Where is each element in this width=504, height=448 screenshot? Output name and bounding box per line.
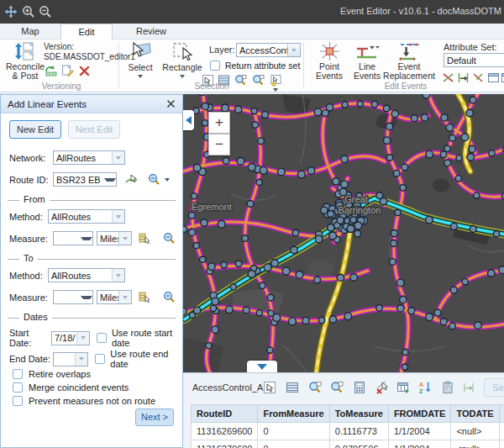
route-zoom-icon[interactable] <box>148 173 160 186</box>
point-events-button[interactable]: Point Events <box>311 40 348 81</box>
col-routeid[interactable]: RouteID <box>192 405 258 423</box>
ribbon-tabs: Map Edit Review <box>0 24 504 40</box>
from-zoom-icon[interactable] <box>163 232 176 245</box>
use-route-start-checkbox[interactable] <box>97 333 107 343</box>
col-tomeasure[interactable]: ToMeasure <box>329 405 388 423</box>
version-label: Version: SDE.MASSDOT_editor1 <box>44 42 135 62</box>
zoom-in-icon[interactable] <box>22 5 35 18</box>
from-measure-row: Measure: Miles <box>9 231 181 245</box>
table-row[interactable]: 11316270600 0 0.0795596 1/1/2004 <null> … <box>192 440 504 448</box>
map-canvas[interactable]: Egremont Great Barrington <box>183 94 504 372</box>
table-pan-selected-icon[interactable] <box>330 381 344 394</box>
zoom-out-icon[interactable] <box>39 5 52 18</box>
merge-coincident-checkbox[interactable] <box>13 382 23 393</box>
panel-title-bar: Add Linear Events <box>1 95 182 113</box>
new-edit-button[interactable]: New Edit <box>9 120 61 139</box>
map-zoom-in-button[interactable]: + <box>208 112 230 134</box>
table-row[interactable]: 11316269600 0 0.1116773 1/1/2004 <null> … <box>192 423 504 440</box>
map-view[interactable]: Egremont Great Barrington <box>183 94 504 372</box>
group-separator <box>118 42 119 87</box>
reconcile-post-button[interactable]: Reconcile & Post <box>7 40 44 81</box>
table-offset-icon[interactable] <box>462 381 475 394</box>
network-combobox[interactable]: AllRoutes <box>53 150 125 165</box>
col-access[interactable]: ACCESS <box>499 405 504 423</box>
select-dropdown-caret[interactable] <box>138 75 143 78</box>
route-id-caret <box>104 178 116 182</box>
to-method-combobox[interactable]: AllRoutes <box>48 268 125 282</box>
return-attribute-checkbox[interactable] <box>210 61 220 71</box>
from-measure-combobox[interactable] <box>53 231 93 245</box>
table-zoom-selected-icon[interactable] <box>308 381 322 394</box>
table-select-icon[interactable] <box>263 381 276 394</box>
reconcile-icon[interactable] <box>45 64 57 76</box>
attribute-table: RouteID FromMeasure ToMeasure FROMDATE T… <box>191 404 504 448</box>
group-separator <box>303 42 304 87</box>
layer-combobox[interactable]: AccessControl_A <box>236 43 301 57</box>
table-save-button[interactable]: Save <box>484 378 504 397</box>
window-title: Event Editor - v10.6.1 - docMassDOTM <box>340 6 501 16</box>
select-button[interactable]: Select <box>123 40 158 78</box>
close-icon[interactable] <box>166 99 176 108</box>
rectangle-button[interactable]: Rectangle <box>160 40 205 78</box>
rectangle-dropdown-caret[interactable] <box>180 75 185 78</box>
retire-overlaps-checkbox[interactable] <box>13 369 23 379</box>
route-id-combobox[interactable]: BSR23 EB <box>53 172 117 187</box>
attribute-set-combobox[interactable]: Default <box>444 53 504 67</box>
to-measure-combobox[interactable] <box>53 290 93 304</box>
svg-text:P: P <box>446 386 449 391</box>
from-measure-label: Measure: <box>9 234 53 244</box>
versioning-group-label: Versioning <box>7 82 116 91</box>
table-paste-icon[interactable]: P <box>441 381 454 394</box>
from-section-divider: From <box>8 200 176 201</box>
table-sort-icon[interactable]: AZ <box>418 381 432 394</box>
return-attribute-label: Return attribute set <box>225 61 300 71</box>
dates-legend: Dates <box>19 312 52 322</box>
map-zoom-out-button[interactable]: − <box>208 134 230 155</box>
end-date-combobox[interactable] <box>53 352 88 366</box>
col-todate[interactable]: TODATE <box>451 405 499 423</box>
event-replacement-button[interactable]: Event Replacement <box>380 40 438 81</box>
use-route-end-label: Use route end date <box>110 349 181 369</box>
pan-icon[interactable] <box>4 5 18 18</box>
col-fromdate[interactable]: FROMDATE <box>388 405 451 423</box>
next-edit-button[interactable]: Next Edit <box>68 120 120 139</box>
route-zoom-caret[interactable] <box>165 178 170 182</box>
layer-dropdown-button[interactable] <box>287 44 300 56</box>
from-method-combobox[interactable]: AllRoutes <box>48 209 125 224</box>
table-calculate-icon[interactable] <box>353 381 366 394</box>
map-label-barrington: Barrington <box>339 205 381 215</box>
tab-review[interactable]: Review <box>119 24 183 40</box>
prevent-measures-checkbox[interactable] <box>13 396 23 406</box>
table-options-icon[interactable] <box>286 381 299 394</box>
use-route-start-label: Use route start date <box>112 328 181 348</box>
table-header-row: RouteID FromMeasure ToMeasure FROMDATE T… <box>192 405 504 423</box>
attribute-table-panel: AccessControl_A AZ <box>183 372 504 448</box>
to-measure-label: Measure: <box>9 293 53 303</box>
network-dropdown-button[interactable] <box>112 151 124 164</box>
use-route-end-checkbox[interactable] <box>95 354 105 364</box>
start-date-combobox[interactable]: 7/18/ <box>51 331 90 345</box>
tab-map[interactable]: Map <box>7 24 54 40</box>
ribbon: Reconcile & Post Version: SDE.MASSDOT_ed… <box>0 40 504 92</box>
next-button[interactable]: Next > <box>135 408 174 426</box>
table-switch-icon[interactable] <box>396 381 410 394</box>
to-zoom-icon[interactable] <box>163 291 176 303</box>
select-route-on-map-icon[interactable] <box>125 173 138 186</box>
new-version-icon[interactable] <box>61 64 74 76</box>
line-events-icon <box>354 40 380 62</box>
collapse-table-button[interactable] <box>247 361 277 372</box>
tab-edit[interactable]: Edit <box>60 24 113 40</box>
to-legend: To <box>19 253 38 263</box>
collapse-panel-button[interactable] <box>183 110 194 130</box>
delete-version-icon[interactable] <box>78 65 91 77</box>
version-value: SDE.MASSDOT_editor1 <box>44 52 135 61</box>
retire-overlaps-row: Retire overlaps <box>13 369 91 379</box>
table-clear-selection-icon[interactable] <box>375 381 389 394</box>
from-measure-select-icon[interactable] <box>139 232 151 245</box>
col-frommeasure[interactable]: FromMeasure <box>258 405 329 423</box>
from-units-combobox[interactable]: Miles <box>97 231 132 245</box>
to-units-combobox[interactable]: Miles <box>97 290 132 304</box>
chevron-down-icon <box>257 364 267 370</box>
to-section-divider: To <box>8 259 176 260</box>
to-measure-select-icon[interactable] <box>139 291 151 303</box>
